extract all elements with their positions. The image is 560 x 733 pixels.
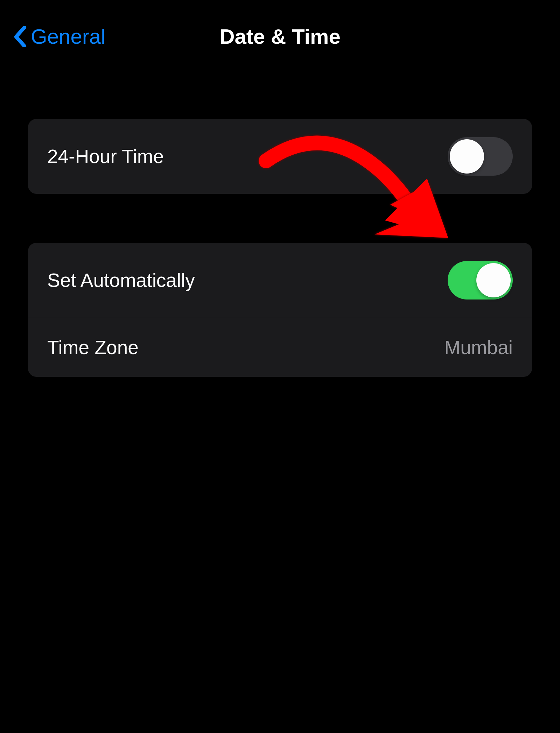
row-time-zone[interactable]: Time Zone Mumbai — [28, 318, 532, 377]
nav-header: General Date & Time — [0, 0, 560, 59]
row-label-24hour: 24-Hour Time — [47, 145, 164, 168]
back-label: General — [31, 24, 105, 49]
toggle-knob — [476, 263, 511, 297]
settings-content: 24-Hour Time Set Automatically Time Zone… — [0, 119, 560, 377]
24-hour-time-toggle[interactable] — [448, 137, 513, 176]
group-24hour: 24-Hour Time — [28, 119, 532, 194]
group-auto-tz: Set Automatically Time Zone Mumbai — [28, 243, 532, 377]
back-button[interactable]: General — [14, 24, 105, 49]
row-24hour-time: 24-Hour Time — [28, 119, 532, 194]
row-label-set-automatically: Set Automatically — [47, 269, 195, 291]
row-set-automatically: Set Automatically — [28, 243, 532, 318]
page-title: Date & Time — [219, 24, 341, 49]
row-label-time-zone: Time Zone — [47, 336, 139, 359]
time-zone-value: Mumbai — [444, 336, 513, 359]
toggle-knob — [450, 139, 484, 174]
chevron-left-icon — [14, 26, 27, 47]
set-automatically-toggle[interactable] — [448, 261, 513, 299]
